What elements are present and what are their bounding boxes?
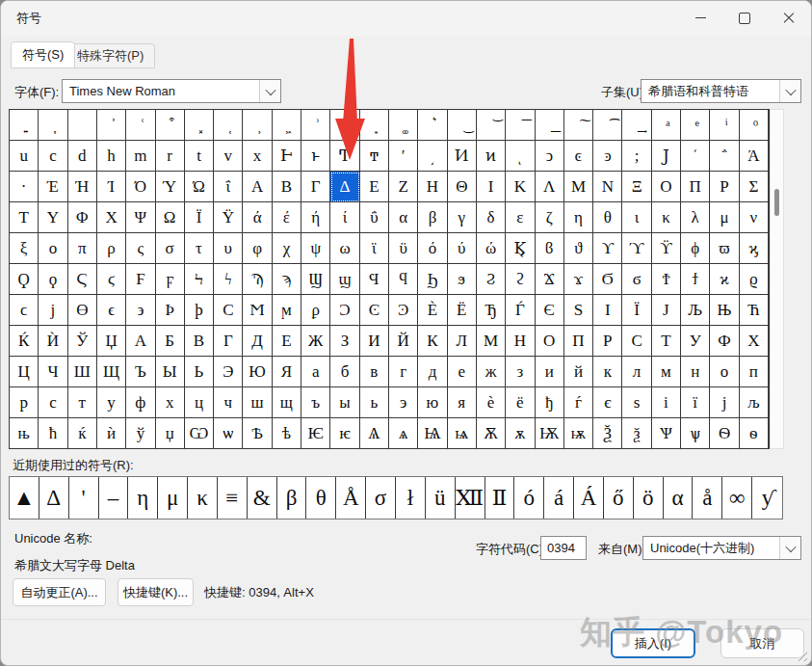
symbol-cell[interactable]: ΄	[681, 141, 710, 172]
symbol-cell[interactable]: π	[68, 233, 97, 264]
symbol-cell[interactable]: η	[564, 202, 593, 233]
symbol-cell[interactable]: ϝ	[156, 264, 185, 295]
from-combobox[interactable]: Unicode(十六进制)	[642, 536, 801, 560]
symbol-cell[interactable]: β	[277, 477, 307, 519]
symbol-cell[interactable]: А	[126, 326, 155, 357]
symbol-cell[interactable]: ≡	[218, 477, 248, 519]
symbol-cell[interactable]: х	[156, 387, 185, 418]
shortcut-key-button[interactable]: 快捷键(K)...	[118, 578, 194, 606]
symbol-cell[interactable]: Ϳ	[652, 141, 681, 172]
symbol-cell[interactable]: ͵	[418, 141, 447, 172]
symbol-cell[interactable]: Φ	[68, 202, 97, 233]
symbol-cell[interactable]: μ	[710, 202, 739, 233]
symbol-cell[interactable]: ͓	[185, 110, 214, 141]
symbol-cell[interactable]: Θ	[448, 172, 477, 202]
symbol-cell[interactable]: д	[418, 357, 447, 387]
symbol-cell[interactable]: Ш	[68, 357, 97, 387]
symbol-cell[interactable]: å	[693, 477, 722, 519]
symbol-cell[interactable]: ѩ	[448, 418, 477, 449]
symbol-cell[interactable]: Ω	[156, 202, 185, 233]
symbol-cell[interactable]: φ	[243, 233, 272, 264]
symbol-cell[interactable]: Ώ	[185, 172, 214, 202]
character-code-input[interactable]: 0394	[540, 536, 587, 560]
symbol-cell[interactable]: ;	[622, 141, 651, 172]
symbol-cell[interactable]: Å	[336, 477, 366, 519]
symbol-cell[interactable]: ▲	[10, 477, 39, 519]
symbol-cell[interactable]: ͍	[10, 110, 39, 141]
symbol-cell[interactable]: ͒	[156, 110, 185, 141]
symbol-cell[interactable]: Ϯ	[652, 264, 681, 295]
font-combobox[interactable]: Times New Roman	[62, 79, 281, 103]
symbol-cell[interactable]: т	[68, 387, 97, 418]
symbol-cell[interactable]: Ѥ	[301, 418, 330, 449]
symbol-cell[interactable]: ъ	[301, 387, 330, 418]
symbol-cell[interactable]: с	[39, 387, 67, 418]
symbol-cell[interactable]: И	[360, 326, 389, 357]
symbol-cell[interactable]: ͘	[330, 110, 359, 141]
symbol-cell[interactable]: п	[740, 357, 769, 387]
symbol-cell[interactable]: Ф	[710, 326, 739, 357]
close-button[interactable]	[768, 2, 810, 34]
symbol-cell[interactable]: ѡ	[214, 418, 243, 449]
symbol-cell[interactable]: m	[126, 141, 155, 172]
symbol-cell[interactable]: ψ	[301, 233, 330, 264]
symbol-cell[interactable]: І	[593, 295, 622, 326]
symbol-cell[interactable]: П	[564, 326, 593, 357]
chevron-down-icon[interactable]	[779, 80, 800, 102]
symbol-cell[interactable]: л	[622, 357, 651, 387]
symbol-cell[interactable]: ͥ	[710, 110, 739, 141]
symbol-cell[interactable]: Ѭ	[536, 418, 564, 449]
symbol-cell[interactable]: ь	[360, 387, 389, 418]
symbol-cell[interactable]: υ	[214, 233, 243, 264]
symbol-cell[interactable]: Ί	[97, 172, 126, 202]
symbol-cell[interactable]: Ͱ	[273, 141, 301, 172]
symbol-cell[interactable]: Ϊ	[185, 202, 214, 233]
symbol-cell[interactable]: μ	[158, 477, 188, 519]
symbol-cell[interactable]: ͠	[564, 110, 593, 141]
symbol-cell[interactable]: Ϛ	[68, 264, 97, 295]
symbol-cell[interactable]: В	[185, 326, 214, 357]
symbol-cell[interactable]: Ц	[10, 357, 39, 387]
symbol-cell[interactable]: κ	[188, 477, 218, 519]
symbol-cell[interactable]: Ѡ	[185, 418, 214, 449]
symbol-cell[interactable]: У	[681, 326, 710, 357]
symbol-cell[interactable]: ͣ	[652, 110, 681, 141]
symbol-cell[interactable]: г	[389, 357, 418, 387]
symbol-cell[interactable]: Т	[652, 326, 681, 357]
symbol-cell[interactable]: ϵ	[97, 295, 126, 326]
symbol-cell[interactable]: Ͻ	[330, 295, 359, 326]
symbol-cell[interactable]: р	[10, 387, 39, 418]
symbol-cell[interactable]: Ϭ	[593, 264, 622, 295]
symbol-cell[interactable]: М	[477, 326, 506, 357]
symbol-cell[interactable]: ϛ	[97, 264, 126, 295]
symbol-cell[interactable]: ш	[243, 387, 272, 418]
symbol-cell[interactable]: ͛	[418, 110, 447, 141]
symbol-cell[interactable]: &	[248, 477, 277, 519]
symbol-cell[interactable]: й	[564, 357, 593, 387]
symbol-cell[interactable]: Ў	[68, 326, 97, 357]
symbol-cell[interactable]: ќ	[68, 418, 97, 449]
symbol-cell[interactable]: я	[448, 387, 477, 418]
symbol-cell[interactable]: Ѧ	[360, 418, 389, 449]
symbol-cell[interactable]: Ϸ	[156, 295, 185, 326]
symbol-cell[interactable]: Ϋ	[214, 202, 243, 233]
symbol-cell[interactable]: σ	[366, 477, 396, 519]
tab-special-characters[interactable]: 特殊字符(P)	[65, 43, 155, 68]
symbol-cell[interactable]: а	[301, 357, 330, 387]
symbol-cell[interactable]: ͱ	[301, 141, 330, 172]
symbol-cell[interactable]: α	[389, 202, 418, 233]
symbol-cell[interactable]: ͎	[39, 110, 67, 141]
symbol-cell[interactable]: ͖	[273, 110, 301, 141]
symbol-cell[interactable]: β	[418, 202, 447, 233]
symbol-cell[interactable]: ё	[506, 387, 535, 418]
symbol-cell[interactable]: Υ	[39, 202, 67, 233]
symbol-cell[interactable]: Е	[273, 326, 301, 357]
symbol-cell[interactable]: С	[622, 326, 651, 357]
symbol-cell[interactable]: ü	[426, 477, 456, 519]
symbol-cell[interactable]: Ή	[68, 172, 97, 202]
symbol-cell[interactable]: ς	[126, 233, 155, 264]
symbol-cell[interactable]: Ϡ	[243, 264, 272, 295]
symbol-cell[interactable]: ΰ	[360, 202, 389, 233]
symbol-cell[interactable]: ϱ	[740, 264, 769, 295]
symbol-cell[interactable]: ж	[477, 357, 506, 387]
